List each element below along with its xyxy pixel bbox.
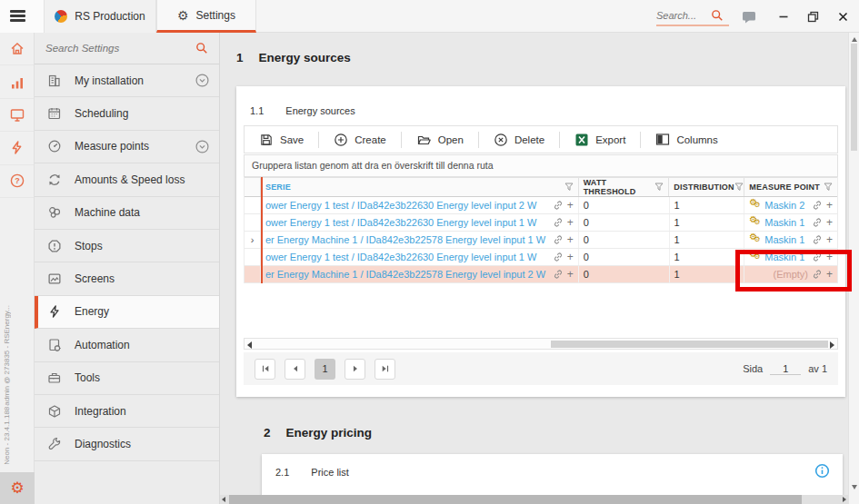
info-icon[interactable]	[814, 463, 830, 479]
add-icon[interactable]: +	[826, 269, 833, 280]
search-icon[interactable]	[711, 9, 724, 22]
first-page-button[interactable]	[255, 359, 275, 380]
measure-point-link[interactable]: Maskin 2	[764, 200, 804, 211]
table-row[interactable]: ower Energy 1 test / IDa842e3b22630 Ener…	[245, 249, 837, 266]
header-measure-point[interactable]: MEASURE POINT	[744, 178, 837, 196]
distribution-cell[interactable]: 1	[670, 266, 745, 282]
scrollbar-thumb[interactable]	[229, 495, 802, 504]
tab-settings[interactable]: ⚙ Settings	[156, 0, 256, 33]
filter-icon[interactable]	[654, 183, 664, 192]
watt-cell[interactable]: 0	[579, 232, 670, 248]
table-row[interactable]: ower Energy 1 test / IDa842e3b22630 Ener…	[245, 214, 837, 232]
add-icon[interactable]: +	[567, 217, 574, 228]
link-icon[interactable]	[553, 217, 564, 228]
sidebar-item-machine-data[interactable]: Machine data	[35, 197, 219, 230]
add-icon[interactable]: +	[826, 234, 833, 245]
previous-page-button[interactable]	[285, 359, 305, 380]
bar-chart-icon[interactable]	[0, 65, 34, 98]
link-icon[interactable]	[553, 252, 564, 262]
distribution-cell[interactable]: 1	[670, 214, 745, 231]
distribution-cell[interactable]: 1	[670, 249, 745, 265]
current-page-button[interactable]: 1	[315, 359, 335, 380]
header-distribution[interactable]: DISTRIBUTION	[669, 178, 744, 196]
add-icon[interactable]: +	[567, 252, 574, 262]
sidebar-item-my-installation[interactable]: My installation	[35, 64, 219, 97]
group-by-drop-zone[interactable]: Gruppera listan genom att dra en överskr…	[244, 154, 838, 177]
page-input[interactable]	[770, 363, 801, 375]
link-icon[interactable]	[812, 217, 823, 228]
delete-button[interactable]: Delete	[479, 126, 559, 153]
filter-icon[interactable]	[564, 183, 574, 192]
sidebar-item-automation[interactable]: Automation	[35, 329, 219, 361]
feedback-icon[interactable]	[740, 7, 758, 25]
open-button[interactable]: Open	[402, 126, 478, 153]
sidebar-item-measure-points[interactable]: Measure points	[35, 131, 219, 163]
measure-point-link[interactable]: Maskin 1	[764, 234, 804, 245]
export-button[interactable]: Export	[560, 126, 640, 153]
last-page-button[interactable]	[375, 359, 395, 380]
sidebar-item-stops[interactable]: Stops	[35, 230, 219, 262]
add-icon[interactable]: +	[826, 200, 833, 211]
distribution-cell[interactable]: 1	[670, 232, 745, 248]
serie-link[interactable]: ower Energy 1 test / IDa842e3b22630 Ener…	[265, 217, 549, 228]
serie-link[interactable]: ower Energy 1 test / IDa842e3b22630 Ener…	[265, 200, 549, 211]
scroll-left-arrow[interactable]	[247, 341, 252, 349]
link-icon[interactable]	[553, 269, 564, 280]
scroll-right-arrow[interactable]	[843, 497, 846, 502]
add-icon[interactable]: +	[826, 252, 833, 262]
serie-link[interactable]: er Energy Machine 1 / IDa842e3b22578 Ene…	[265, 269, 549, 280]
link-icon[interactable]	[812, 252, 823, 262]
link-icon[interactable]	[812, 234, 823, 245]
tab-rs-production[interactable]: RS Production	[44, 0, 156, 33]
chevron-down-icon[interactable]	[195, 74, 209, 87]
link-icon[interactable]	[553, 200, 564, 211]
measure-point-cell[interactable]: ⚙⚙Maskin 1+	[744, 249, 837, 265]
measure-point-cell[interactable]: ⚙⚙Maskin 2+	[744, 197, 837, 213]
minimize-button[interactable]	[774, 7, 793, 25]
scroll-down-arrow[interactable]	[852, 485, 857, 489]
table-row-highlighted[interactable]: er Energy Machine 1 / IDa842e3b22578 Ene…	[245, 266, 837, 283]
scrollbar-thumb[interactable]	[851, 44, 857, 151]
hamburger-menu-icon[interactable]	[10, 10, 25, 22]
sidebar-item-diagnostics[interactable]: Diagnostics	[35, 428, 219, 460]
scroll-left-arrow[interactable]	[222, 497, 225, 502]
filter-icon[interactable]	[824, 183, 833, 192]
sidebar-item-amounts-speed-loss[interactable]: Amounts & Speed loss	[35, 163, 219, 196]
save-button[interactable]: Save	[245, 126, 318, 153]
serie-link[interactable]: ower Energy 1 test / IDa842e3b22630 Ener…	[265, 252, 549, 262]
bottom-settings-gear-icon[interactable]: ⚙	[0, 472, 35, 504]
screens-monitor-icon[interactable]	[0, 99, 34, 132]
close-button[interactable]	[834, 7, 852, 25]
header-serie[interactable]: SERIE	[261, 178, 579, 196]
sidebar-item-screens[interactable]: Screens	[35, 262, 219, 295]
energy-bolt-icon[interactable]	[0, 132, 34, 164]
watt-cell[interactable]: 0	[579, 214, 670, 231]
watt-cell[interactable]: 0	[579, 197, 670, 213]
table-row[interactable]: › er Energy Machine 1 / IDa842e3b22578 E…	[245, 232, 837, 249]
sidebar-item-integration[interactable]: Integration	[35, 395, 219, 428]
measure-point-cell-empty[interactable]: (Empty)+	[744, 266, 837, 282]
next-page-button[interactable]	[345, 359, 365, 380]
measure-point-cell[interactable]: ⚙⚙Maskin 1+	[744, 214, 837, 231]
filter-icon[interactable]	[734, 183, 744, 192]
serie-link[interactable]: er Energy Machine 1 / IDa842e3b22578 Ene…	[265, 234, 549, 245]
sidebar-search-icon[interactable]	[195, 42, 208, 54]
sidebar-item-scheduling[interactable]: Scheduling	[35, 97, 219, 130]
link-icon[interactable]	[812, 269, 823, 280]
header-watt-threshold[interactable]: WATT THRESHOLD	[579, 178, 670, 196]
measure-point-cell[interactable]: ⚙⚙Maskin 1+	[744, 232, 837, 248]
restore-window-button[interactable]	[804, 7, 822, 25]
home-icon[interactable]	[0, 33, 34, 65]
measure-point-link[interactable]: Maskin 1	[764, 217, 804, 228]
link-icon[interactable]	[553, 234, 564, 245]
add-icon[interactable]: +	[567, 234, 574, 245]
measure-point-link[interactable]: Maskin 1	[764, 252, 804, 262]
watt-cell[interactable]: 0	[579, 249, 670, 265]
chevron-down-icon[interactable]	[195, 140, 209, 153]
row-expand-icon[interactable]: ›	[245, 232, 261, 248]
table-row[interactable]: ower Energy 1 test / IDa842e3b22630 Ener…	[245, 197, 837, 214]
global-search-input[interactable]	[656, 10, 711, 21]
sidebar-item-energy[interactable]: Energy	[35, 296, 219, 329]
add-icon[interactable]: +	[826, 217, 833, 228]
scrollbar-thumb[interactable]	[551, 341, 828, 348]
